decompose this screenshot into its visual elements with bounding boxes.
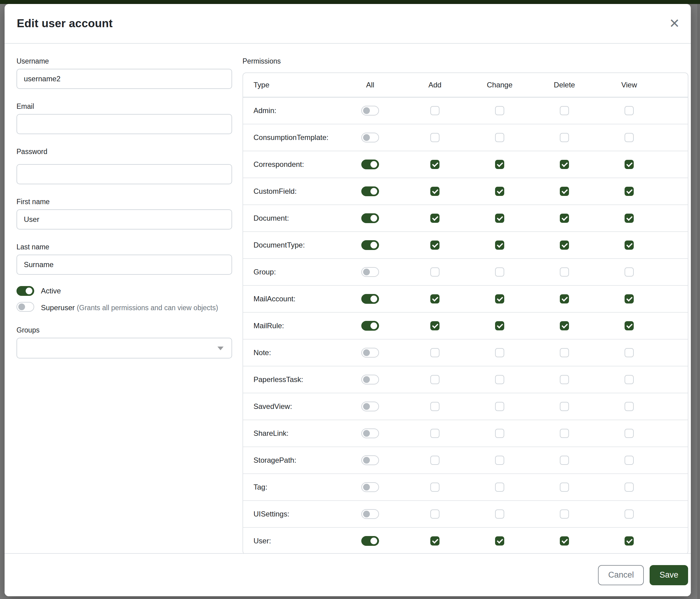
correspondent-all-toggle[interactable] [361, 160, 379, 169]
uisettings-all-toggle[interactable] [361, 509, 379, 519]
toggle-knob [363, 349, 370, 356]
uisettings-change-checkbox[interactable] [495, 509, 504, 519]
mailrule-delete-checkbox[interactable] [560, 321, 569, 330]
admin-view-checkbox[interactable] [625, 106, 634, 115]
documenttype-delete-checkbox[interactable] [560, 241, 569, 250]
note-delete-checkbox[interactable] [560, 348, 569, 357]
storagepath-add-checkbox[interactable] [430, 456, 440, 465]
sharelink-add-checkbox[interactable] [430, 429, 440, 438]
sharelink-delete-checkbox[interactable] [560, 429, 569, 438]
mailaccount-add-checkbox[interactable] [430, 294, 440, 304]
correspondent-change-checkbox[interactable] [495, 160, 504, 169]
user-delete-checkbox[interactable] [560, 536, 569, 546]
paperlesstask-delete-checkbox[interactable] [560, 375, 569, 384]
document-view-checkbox[interactable] [625, 214, 634, 223]
storagepath-change-checkbox[interactable] [495, 456, 504, 465]
group-view-checkbox[interactable] [625, 267, 634, 277]
consumptiontemplate-change-checkbox[interactable] [495, 133, 504, 142]
tag-delete-checkbox[interactable] [560, 483, 569, 492]
savedview-delete-checkbox[interactable] [560, 402, 569, 411]
admin-change-checkbox[interactable] [495, 106, 504, 115]
group-add-checkbox[interactable] [430, 267, 440, 277]
consumptiontemplate-add-checkbox[interactable] [430, 133, 440, 142]
paperlesstask-all-toggle[interactable] [361, 375, 379, 384]
document-change-checkbox[interactable] [495, 214, 504, 223]
user-change-checkbox[interactable] [495, 536, 504, 546]
savedview-add-checkbox[interactable] [430, 402, 440, 411]
sharelink-view-checkbox[interactable] [625, 429, 634, 438]
mailaccount-view-checkbox[interactable] [625, 294, 634, 304]
uisettings-delete-checkbox[interactable] [560, 509, 569, 519]
tag-change-checkbox[interactable] [495, 483, 504, 492]
admin-all-toggle[interactable] [361, 106, 379, 116]
storagepath-all-toggle[interactable] [361, 455, 379, 465]
user-add-checkbox[interactable] [430, 536, 440, 546]
mailaccount-delete-checkbox[interactable] [560, 294, 569, 304]
documenttype-add-checkbox[interactable] [430, 241, 440, 250]
document-all-toggle[interactable] [361, 213, 379, 223]
storagepath-delete-checkbox[interactable] [560, 456, 569, 465]
tag-add-checkbox[interactable] [430, 483, 440, 492]
customfield-all-toggle[interactable] [361, 186, 379, 196]
uisettings-view-checkbox[interactable] [625, 509, 634, 519]
savedview-all-toggle[interactable] [361, 402, 379, 411]
note-change-checkbox[interactable] [495, 348, 504, 357]
permission-change-cell [467, 536, 532, 546]
mailaccount-change-checkbox[interactable] [495, 294, 504, 304]
document-delete-checkbox[interactable] [560, 214, 569, 223]
close-icon[interactable]: ✕ [669, 17, 680, 30]
mailaccount-all-toggle[interactable] [361, 294, 379, 304]
tag-all-toggle[interactable] [361, 482, 379, 492]
sharelink-change-checkbox[interactable] [495, 429, 504, 438]
note-add-checkbox[interactable] [430, 348, 440, 357]
user-view-checkbox[interactable] [625, 536, 634, 546]
mailrule-view-checkbox[interactable] [625, 321, 634, 330]
groups-select[interactable] [17, 338, 232, 358]
admin-add-checkbox[interactable] [430, 106, 440, 115]
username-input[interactable] [17, 69, 232, 89]
documenttype-view-checkbox[interactable] [625, 241, 634, 250]
admin-delete-checkbox[interactable] [560, 106, 569, 115]
sharelink-all-toggle[interactable] [361, 429, 379, 438]
note-view-checkbox[interactable] [625, 348, 634, 357]
documenttype-change-checkbox[interactable] [495, 241, 504, 250]
mailrule-all-toggle[interactable] [361, 321, 379, 331]
savedview-view-checkbox[interactable] [625, 402, 634, 411]
group-change-checkbox[interactable] [495, 267, 504, 277]
customfield-view-checkbox[interactable] [625, 187, 634, 196]
correspondent-view-checkbox[interactable] [625, 160, 634, 169]
customfield-delete-checkbox[interactable] [560, 187, 569, 196]
document-add-checkbox[interactable] [430, 214, 440, 223]
last-name-input[interactable] [17, 255, 232, 275]
cancel-button[interactable]: Cancel [598, 565, 644, 585]
storagepath-view-checkbox[interactable] [625, 456, 634, 465]
correspondent-delete-checkbox[interactable] [560, 160, 569, 169]
user-all-toggle[interactable] [361, 536, 379, 546]
toggle-knob [363, 134, 370, 141]
documenttype-all-toggle[interactable] [361, 240, 379, 250]
uisettings-add-checkbox[interactable] [430, 509, 440, 519]
consumptiontemplate-all-toggle[interactable] [361, 133, 379, 142]
permission-add-cell [402, 483, 467, 492]
mailrule-add-checkbox[interactable] [430, 321, 440, 330]
email-input[interactable] [17, 114, 232, 134]
tag-view-checkbox[interactable] [625, 483, 634, 492]
group-all-toggle[interactable] [361, 267, 379, 277]
mailrule-change-checkbox[interactable] [495, 321, 504, 330]
paperlesstask-add-checkbox[interactable] [430, 375, 440, 384]
superuser-toggle[interactable] [17, 302, 34, 312]
active-toggle[interactable] [17, 286, 34, 296]
first-name-input[interactable] [17, 209, 232, 230]
consumptiontemplate-view-checkbox[interactable] [625, 133, 634, 142]
group-delete-checkbox[interactable] [560, 267, 569, 277]
note-all-toggle[interactable] [361, 348, 379, 358]
save-button[interactable]: Save [650, 565, 688, 585]
savedview-change-checkbox[interactable] [495, 402, 504, 411]
correspondent-add-checkbox[interactable] [430, 160, 440, 169]
consumptiontemplate-delete-checkbox[interactable] [560, 133, 569, 142]
paperlesstask-change-checkbox[interactable] [495, 375, 504, 384]
paperlesstask-view-checkbox[interactable] [625, 375, 634, 384]
password-input[interactable] [17, 164, 232, 184]
customfield-change-checkbox[interactable] [495, 187, 504, 196]
customfield-add-checkbox[interactable] [430, 187, 440, 196]
